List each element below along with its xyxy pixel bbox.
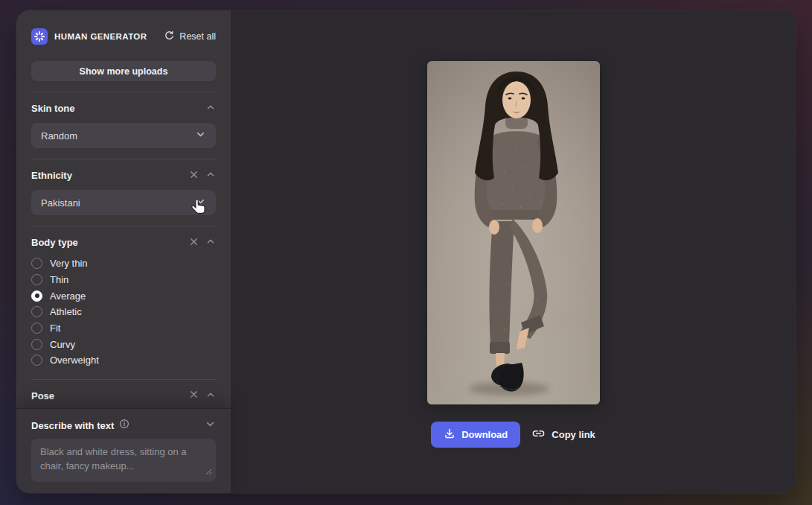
body-type-options: Very thin Thin Average Athletic Fit [16,255,231,369]
radio-button[interactable] [31,274,42,285]
pose-clear-button[interactable] [189,390,199,401]
asterisk-logo-icon [31,28,48,45]
close-icon [189,237,199,249]
skin-tone-label: Skin tone [31,103,199,114]
radio-button[interactable] [31,323,42,334]
skin-tone-collapse-button[interactable] [205,102,216,115]
skin-tone-section-header: Skin tone [16,102,231,115]
ethnicity-collapse-button[interactable] [205,169,216,182]
close-icon [189,390,199,401]
body-type-label: Body type [31,237,182,248]
human-generator-app: { "header": { "title": "HUMAN GENERATOR"… [0,0,812,505]
radio-option-fit[interactable]: Fit [16,320,231,337]
info-icon[interactable] [119,419,130,432]
show-more-uploads-button[interactable]: Show more uploads [31,61,216,81]
copy-link-button[interactable]: Copy link [531,428,595,442]
pose-section-header: Pose [16,390,231,402]
download-button[interactable]: Download [431,422,520,448]
chevron-up-icon [205,390,216,402]
body-type-clear-button[interactable] [189,237,199,249]
divider [31,226,216,226]
chevron-down-icon [195,196,206,210]
reset-all-button[interactable]: Reset all [164,30,216,43]
link-icon [531,428,546,442]
radio-button[interactable] [31,258,42,269]
radio-button[interactable] [31,339,42,350]
radio-button[interactable] [31,355,42,366]
app-title: HUMAN GENERATOR [54,32,157,41]
pose-label: Pose [31,390,182,401]
chevron-up-icon [205,236,216,249]
describe-expand-button[interactable] [205,419,216,432]
copy-link-label: Copy link [552,429,595,440]
describe-label: Describe with text [31,420,114,431]
ethnicity-value: Pakistani [41,197,195,209]
skin-tone-value: Random [41,130,195,142]
describe-text-input[interactable] [31,439,216,482]
ethnicity-dropdown[interactable]: Pakistani [31,190,216,215]
sidebar: HUMAN GENERATOR Reset all [16,10,231,493]
sidebar-header: HUMAN GENERATOR Reset all [16,10,231,52]
body-type-collapse-button[interactable] [205,236,216,249]
divider [31,379,216,380]
radio-option-average[interactable]: Average [16,288,231,304]
divider [31,159,216,159]
ethnicity-label: Ethnicity [31,170,182,181]
app-window: HUMAN GENERATOR Reset all [16,10,796,493]
body-type-section-header: Body type [16,236,231,249]
radio-option-overweight[interactable]: Overweight [16,352,231,369]
describe-with-text-panel: Describe with text [16,408,231,493]
ethnicity-clear-button[interactable] [189,170,199,182]
radio-option-thin[interactable]: Thin [16,272,231,288]
close-icon [189,170,199,182]
skin-tone-dropdown[interactable]: Random [31,123,216,148]
sidebar-scroll-area: HUMAN GENERATOR Reset all [16,10,231,408]
radio-option-athletic[interactable]: Athletic [16,304,231,320]
ethnicity-section-header: Ethnicity [16,169,231,182]
chevron-up-icon [205,169,216,182]
pose-collapse-button[interactable] [205,390,216,402]
chevron-down-icon [205,419,216,432]
reset-all-label: Reset all [179,31,216,42]
radio-option-curvy[interactable]: Curvy [16,336,231,352]
describe-header: Describe with text [31,419,216,432]
action-bar: Download Copy link [431,422,595,448]
chevron-down-icon [195,129,206,143]
download-label: Download [461,429,508,440]
download-icon [444,428,455,442]
chevron-up-icon [205,102,216,115]
radio-button-selected[interactable] [31,290,42,302]
reset-icon [164,30,175,43]
divider [31,92,216,92]
radio-option-very-thin[interactable]: Very thin [16,255,231,272]
radio-button[interactable] [31,306,42,317]
main-content: Download Copy link [231,10,796,493]
generated-image [427,61,600,404]
